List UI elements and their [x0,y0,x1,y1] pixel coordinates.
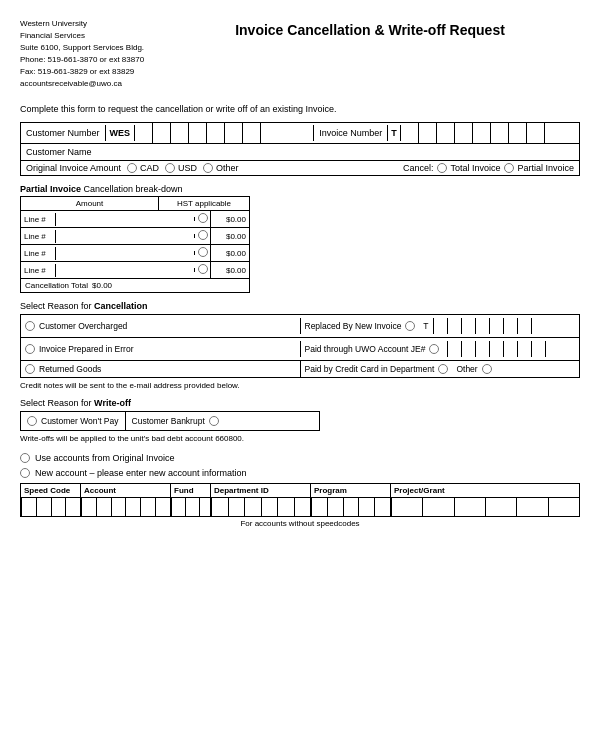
sc-box-1[interactable] [21,498,36,516]
rep-box-7[interactable] [517,318,531,334]
total-invoice-radio[interactable] [437,163,447,173]
proj-box-4[interactable] [485,498,516,516]
prog-box-5[interactable] [374,498,390,516]
cn-box-5[interactable] [207,123,225,143]
je-box-8[interactable] [545,341,559,357]
inv-box-8[interactable] [527,123,545,143]
cn-box-1[interactable] [135,123,153,143]
dept-box-4[interactable] [261,498,278,516]
rep-box-5[interactable] [489,318,503,334]
prog-box-2[interactable] [327,498,343,516]
rep-box-4[interactable] [475,318,489,334]
sc-box-4[interactable] [65,498,80,516]
line-amount-2[interactable] [56,234,195,238]
credit-card-label: Paid by Credit Card in Department [305,364,435,374]
proj-box-3[interactable] [454,498,485,516]
cancel-partial[interactable]: Partial Invoice [504,163,574,173]
je-box-6[interactable] [517,341,531,357]
currency-other[interactable]: Other [203,163,239,173]
je-box-3[interactable] [475,341,489,357]
inv-box-6[interactable] [491,123,509,143]
proj-box-1[interactable] [391,498,422,516]
currency-cad[interactable]: CAD [127,163,159,173]
rep-box-6[interactable] [503,318,517,334]
bankrupt-radio[interactable] [209,416,219,426]
account-data-row [21,498,579,516]
line-radio-3[interactable] [195,245,211,261]
acct-box-3[interactable] [111,498,126,516]
cn-box-2[interactable] [153,123,171,143]
fund-box-1[interactable] [171,498,185,516]
dept-box-6[interactable] [294,498,311,516]
proj-box-5[interactable] [516,498,547,516]
prog-box-4[interactable] [358,498,374,516]
acct-box-1[interactable] [81,498,96,516]
account-header-row: Speed Code Account Fund Department ID Pr… [21,484,579,498]
cn-box-7[interactable] [243,123,261,143]
proj-box-6[interactable] [548,498,579,516]
dept-box-2[interactable] [228,498,245,516]
account-option-2: New account – please enter new account i… [20,468,580,478]
original-account-radio[interactable] [20,453,30,463]
proj-box-2[interactable] [422,498,453,516]
je-box-2[interactable] [461,341,475,357]
fund-header: Fund [171,484,211,497]
line-radio-4[interactable] [195,262,211,278]
sc-box-3[interactable] [51,498,66,516]
je-box-4[interactable] [489,341,503,357]
je-box-7[interactable] [531,341,545,357]
prog-box-3[interactable] [343,498,359,516]
line-radio-2[interactable] [195,228,211,244]
wontpay-label: Customer Won't Pay [41,416,119,426]
cn-box-4[interactable] [189,123,207,143]
line-radio-1[interactable] [195,211,211,227]
rep-box-3[interactable] [461,318,475,334]
line-amount-3[interactable] [56,251,195,255]
fund-box-2[interactable] [185,498,199,516]
je-box-5[interactable] [503,341,517,357]
dept-box-5[interactable] [277,498,294,516]
error-radio[interactable] [25,344,35,354]
cn-box-6[interactable] [225,123,243,143]
uwo-radio[interactable] [429,344,439,354]
line-amount-4[interactable] [56,268,195,272]
rep-box-8[interactable] [531,318,545,334]
returned-radio[interactable] [25,364,35,374]
acct-box-5[interactable] [140,498,155,516]
rep-box-1[interactable] [433,318,447,334]
credit-card-radio[interactable] [438,364,448,374]
acct-box-4[interactable] [125,498,140,516]
inv-box-2[interactable] [419,123,437,143]
overcharged-radio[interactable] [25,321,35,331]
usd-radio[interactable] [165,163,175,173]
je-box-1[interactable] [447,341,461,357]
partial-invoice-radio[interactable] [504,163,514,173]
prog-box-1[interactable] [311,498,327,516]
inv-box-1[interactable] [401,123,419,143]
inv-box-3[interactable] [437,123,455,143]
replaced-radio[interactable] [405,321,415,331]
rep-box-2[interactable] [447,318,461,334]
acct-box-2[interactable] [96,498,111,516]
org-info: Western University Financial Services Su… [20,18,160,90]
new-account-radio[interactable] [20,468,30,478]
inv-box-7[interactable] [509,123,527,143]
program-data [311,498,391,516]
other-radio[interactable] [203,163,213,173]
cancel-total[interactable]: Total Invoice [437,163,500,173]
line-amount-1[interactable] [56,217,195,221]
other-cancel-radio[interactable] [482,364,492,374]
cad-label: CAD [140,163,159,173]
cn-box-3[interactable] [171,123,189,143]
dept-box-3[interactable] [244,498,261,516]
new-account-label: New account – please enter new account i… [35,468,247,478]
inv-box-5[interactable] [473,123,491,143]
inv-box-4[interactable] [455,123,473,143]
cad-radio[interactable] [127,163,137,173]
speed-code-header: Speed Code [21,484,81,497]
wontpay-radio[interactable] [27,416,37,426]
dept-box-1[interactable] [211,498,228,516]
currency-usd[interactable]: USD [165,163,197,173]
acct-box-6[interactable] [155,498,170,516]
sc-box-2[interactable] [36,498,51,516]
